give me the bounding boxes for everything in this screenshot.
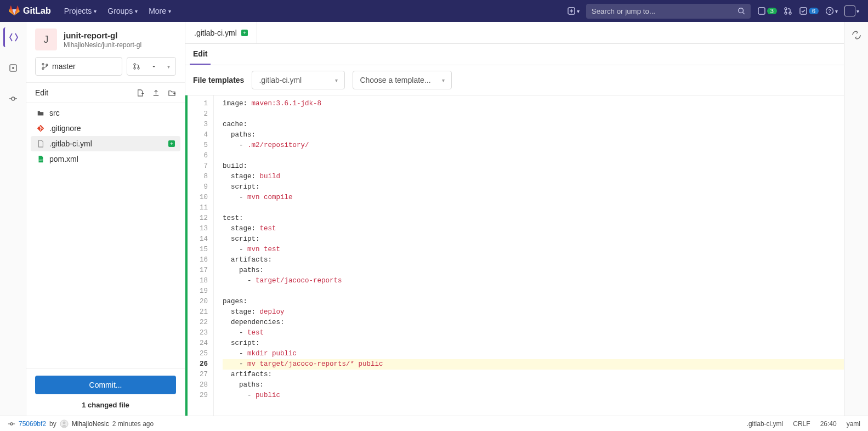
tree-item--gitignore[interactable]: .gitignore (31, 121, 180, 136)
svg-point-5 (789, 12, 791, 14)
status-cursor: 26:40 (820, 420, 837, 428)
status-lang[interactable]: yaml (847, 420, 860, 428)
rail-commit[interactable] (3, 89, 23, 109)
upload-icon[interactable] (152, 89, 160, 97)
brand[interactable]: GitLab (9, 5, 51, 16)
nav-issues[interactable]: 3 (757, 7, 777, 15)
file-tree: src.gitignore.gitlab-ci.yml+xmlpom.xml (26, 103, 185, 368)
right-rail (844, 22, 868, 416)
changed-files-label: 1 changed file (35, 394, 176, 409)
new-folder-icon[interactable] (168, 89, 176, 97)
rail-edit[interactable] (3, 27, 23, 47)
new-file-icon[interactable] (136, 89, 144, 97)
svg-point-4 (785, 12, 787, 14)
svg-point-16 (134, 67, 135, 69)
svg-point-19 (10, 422, 13, 424)
svg-point-14 (46, 64, 48, 66)
code-content[interactable]: image: maven:3.6.1-jdk-8 cache: paths: -… (214, 95, 844, 416)
nav-help[interactable]: ? ▾ (825, 7, 838, 15)
status-bar: 75069bf2 by MihajloNesic 2 minutes ago .… (0, 416, 868, 431)
status-eol[interactable]: CRLF (793, 420, 810, 428)
file-tab-open[interactable]: .gitlab-ci.yml + (185, 22, 257, 43)
nav-groups[interactable]: Groups ▾ (102, 0, 143, 22)
project-avatar-letter: J (44, 34, 49, 46)
chevron-down-icon: ▾ (135, 8, 138, 14)
author-name[interactable]: MihajloNesic (72, 420, 109, 428)
svg-point-1 (739, 8, 744, 13)
svg-rect-2 (758, 8, 765, 14)
editor-area: .gitlab-ci.yml + Edit File templates .gi… (185, 22, 844, 416)
branch-name: master (52, 62, 76, 71)
pipeline-icon[interactable] (851, 30, 862, 41)
svg-point-10 (12, 67, 14, 69)
file-icon (36, 140, 45, 148)
author-avatar-icon (60, 419, 69, 428)
branch-icon (41, 63, 49, 70)
svg-point-17 (138, 67, 139, 69)
toolbar: File templates .gitlab-ci.yml ▾ Choose a… (185, 65, 844, 95)
template-type-selected: .gitlab-ci.yml (259, 76, 302, 84)
project-avatar: J (35, 29, 57, 50)
svg-text:?: ? (828, 8, 831, 14)
status-file: .gitlab-ci.yml (747, 420, 784, 428)
svg-point-3 (785, 8, 787, 10)
project-title: junit-report-gl (64, 31, 141, 40)
issues-count: 3 (767, 8, 777, 14)
search-input[interactable] (592, 7, 737, 15)
project-path: MihajloNesic/junit-report-gl (64, 41, 141, 49)
chevron-down-icon: ▾ (168, 8, 171, 14)
nav-merge-requests[interactable] (784, 7, 792, 15)
tree-item-label: .gitignore (49, 124, 81, 133)
status-new-icon: + (241, 30, 248, 36)
chevron-down-icon: ▾ (167, 64, 170, 70)
main-container: J junit-report-gl MihajloNesic/junit-rep… (0, 22, 868, 416)
file-tab-name: .gitlab-ci.yml (194, 29, 237, 37)
gitlab-logo-icon (9, 5, 20, 16)
commit-icon (8, 420, 15, 428)
rail-review[interactable] (3, 58, 23, 78)
branch-dropdown[interactable]: master (35, 57, 122, 76)
commit-button[interactable]: Commit... (35, 376, 176, 394)
user-avatar-icon (844, 5, 855, 16)
status-new-icon: + (168, 140, 175, 147)
template-choose-dropdown[interactable]: Choose a template... ▾ (353, 71, 451, 89)
svg-point-11 (12, 97, 15, 100)
line-gutter: 1234567891011121314151617181920212223242… (188, 95, 214, 416)
chevron-down-icon: ▾ (835, 8, 838, 14)
activity-rail (0, 22, 26, 416)
nav-plus[interactable]: ▾ (567, 7, 580, 15)
svg-point-15 (134, 64, 135, 65)
mr-dropdown[interactable]: - ▾ (127, 57, 176, 76)
tabs-row: .gitlab-ci.yml + (185, 22, 844, 44)
commit-sha[interactable]: 75069bf2 (19, 420, 46, 428)
nav-todos[interactable]: 6 (799, 7, 819, 15)
branch-row: master - ▾ (26, 57, 185, 82)
chevron-down-icon: ▾ (94, 8, 97, 14)
project-header[interactable]: J junit-report-gl MihajloNesic/junit-rep… (26, 22, 185, 57)
tree-item-src[interactable]: src (31, 105, 180, 121)
mr-value: - (152, 62, 155, 71)
chevron-down-icon: ▾ (335, 77, 338, 83)
code-editor[interactable]: 1234567891011121314151617181920212223242… (185, 95, 844, 416)
template-type-dropdown[interactable]: .gitlab-ci.yml ▾ (252, 71, 345, 89)
tree-item-label: src (49, 109, 60, 117)
brand-text: GitLab (23, 6, 51, 16)
todos-count: 6 (809, 8, 819, 14)
nav-more-label: More (149, 7, 166, 15)
by-label: by (49, 420, 56, 428)
global-search[interactable] (586, 4, 751, 19)
search-icon (737, 7, 745, 15)
nav-user-menu[interactable]: ▾ (844, 5, 859, 16)
tree-item--gitlab-ci-yml[interactable]: .gitlab-ci.yml+ (31, 136, 180, 151)
nav-more[interactable]: More ▾ (143, 0, 177, 22)
svg-point-21 (63, 421, 65, 424)
nav-groups-label: Groups (107, 7, 133, 15)
tree-item-label: pom.xml (49, 155, 78, 163)
tree-item-pom-xml[interactable]: xmlpom.xml (31, 151, 180, 167)
editor-mode-tabs: Edit (185, 44, 844, 65)
nav-projects[interactable]: Projects ▾ (59, 0, 103, 22)
top-navbar: GitLab Projects ▾ Groups ▾ More ▾ ▾ 3 (0, 0, 868, 22)
svg-rect-6 (800, 8, 807, 14)
commit-time: 2 minutes ago (112, 420, 154, 428)
editor-tab-edit[interactable]: Edit (190, 44, 211, 65)
